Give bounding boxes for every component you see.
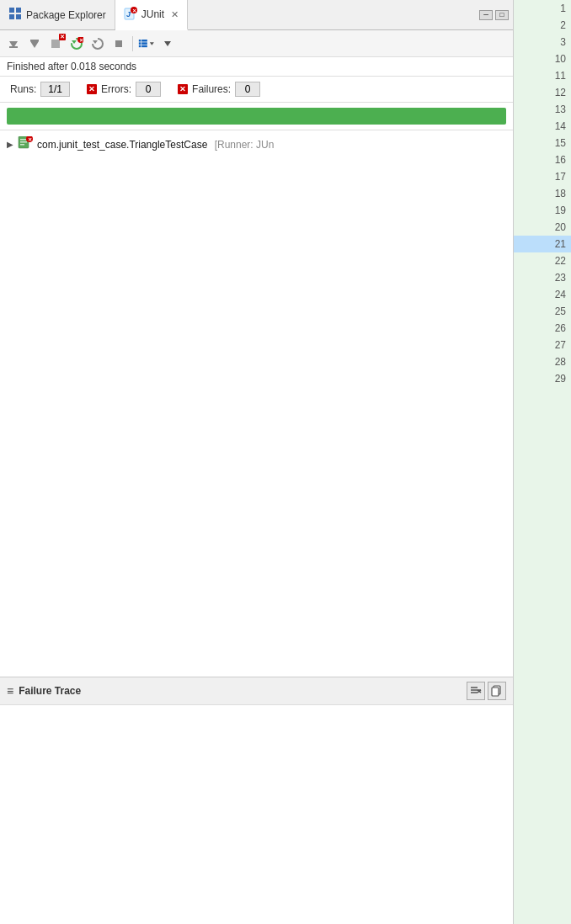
- svg-rect-18: [139, 40, 141, 41]
- svg-rect-21: [141, 40, 147, 41]
- line-number: 2: [514, 17, 571, 34]
- maximize-button[interactable]: □: [495, 10, 509, 20]
- line-number: 18: [514, 185, 571, 202]
- status-bar: Finished after 0.018 seconds: [0, 57, 513, 77]
- next-failure-button[interactable]: [25, 35, 44, 53]
- errors-stat: ✕ Errors: 0: [87, 82, 161, 97]
- package-explorer-icon: [8, 7, 22, 23]
- history-button[interactable]: [137, 35, 156, 53]
- toolbar-separator-1: [132, 36, 133, 51]
- expand-arrow[interactable]: ▶: [7, 140, 13, 149]
- svg-rect-23: [141, 45, 147, 46]
- line-number: 11: [514, 67, 571, 84]
- tab-junit-close[interactable]: ✕: [171, 9, 179, 20]
- svg-marker-25: [164, 41, 171, 46]
- svg-text:✕: ✕: [131, 8, 136, 13]
- line-number: 27: [514, 337, 571, 353]
- line-number: 25: [514, 303, 571, 320]
- test-runner-info: [Runner: JUn: [211, 139, 274, 151]
- line-number: 23: [514, 269, 571, 286]
- failures-icon: ✕: [178, 84, 188, 94]
- line-number: 26: [514, 320, 571, 337]
- line-number: 1: [514, 0, 571, 17]
- line-number: 24: [514, 286, 571, 303]
- svg-rect-20: [139, 45, 141, 46]
- svg-rect-28: [20, 141, 27, 143]
- runs-label: Runs:: [10, 83, 36, 95]
- errors-label: Errors:: [101, 83, 131, 95]
- failure-trace-menu-icon: ≡: [7, 684, 13, 698]
- line-number: 21: [514, 236, 571, 252]
- line-number: 29: [514, 370, 571, 387]
- junit-toolbar: ✕ ✕: [0, 30, 513, 57]
- line-number: 28: [514, 353, 571, 370]
- progress-bar: [7, 108, 506, 125]
- failures-stat: ✕ Failures: 0: [178, 82, 260, 97]
- svg-marker-16: [93, 40, 98, 44]
- failure-trace-toolbar: [467, 682, 506, 700]
- stop-error-badge: ✕: [59, 34, 66, 40]
- tab-bar: Package Explorer J ✕ JUnit ✕ ─ □: [0, 0, 513, 30]
- svg-marker-13: [72, 40, 77, 44]
- tab-package-explorer[interactable]: Package Explorer: [0, 0, 115, 29]
- failure-trace-header: ≡ Failure Trace: [0, 677, 513, 705]
- svg-marker-10: [30, 41, 39, 48]
- svg-rect-38: [492, 688, 499, 696]
- tab-junit[interactable]: J ✕ JUnit ✕: [115, 0, 188, 30]
- test-item-triangle[interactable]: ▶ ✕ com.junit_test_case.TriangleTestCase…: [0, 134, 513, 155]
- test-class-name: com.junit_test_case.TriangleTestCase: [37, 139, 207, 151]
- svg-rect-1: [16, 8, 21, 13]
- errors-icon: ✕: [87, 84, 97, 94]
- svg-text:✕: ✕: [28, 137, 32, 142]
- tab-bar-spacer: ─ □: [188, 0, 513, 29]
- prev-failure-button[interactable]: [4, 35, 23, 53]
- svg-rect-9: [9, 46, 18, 48]
- copy-trace-button[interactable]: [488, 682, 506, 700]
- tab-package-explorer-label: Package Explorer: [26, 9, 106, 21]
- line-number: 12: [514, 84, 571, 101]
- enable-stack-filter-button[interactable]: [467, 682, 485, 700]
- line-number: 13: [514, 101, 571, 118]
- svg-rect-12: [51, 40, 60, 48]
- line-number: 3: [514, 34, 571, 50]
- runs-stat: Runs: 1/1: [10, 82, 70, 97]
- svg-rect-17: [115, 40, 122, 47]
- line-number: 19: [514, 202, 571, 219]
- failure-trace-label: Failure Trace: [19, 685, 462, 697]
- line-number: 10: [514, 50, 571, 67]
- more-options-button[interactable]: [158, 35, 177, 53]
- failures-label: Failures:: [192, 83, 231, 95]
- line-numbers-panel: 1231011121314151617181920212223242526272…: [514, 0, 571, 924]
- svg-text:✕: ✕: [79, 37, 83, 42]
- stats-row: Runs: 1/1 ✕ Errors: 0 ✕ Failures: 0: [0, 77, 513, 103]
- errors-value: 0: [136, 82, 161, 97]
- test-class-icon: ✕: [18, 136, 33, 152]
- svg-marker-24: [150, 42, 154, 45]
- minimize-button[interactable]: ─: [479, 10, 493, 20]
- failures-value: 0: [235, 82, 260, 97]
- line-number: 17: [514, 168, 571, 185]
- svg-rect-2: [9, 14, 14, 19]
- junit-panel: Package Explorer J ✕ JUnit ✕ ─ □: [0, 0, 514, 924]
- line-numbers: 1231011121314151617181920212223242526272…: [514, 0, 571, 387]
- line-number: 22: [514, 252, 571, 269]
- test-results-list[interactable]: ▶ ✕ com.junit_test_case.TriangleTestCase…: [0, 130, 513, 677]
- line-number: 14: [514, 118, 571, 135]
- svg-rect-29: [20, 144, 24, 146]
- svg-rect-27: [20, 139, 27, 141]
- finished-text: Finished after 0.018 seconds: [7, 61, 136, 72]
- progress-container: [0, 103, 513, 130]
- rerun-failed-button[interactable]: [88, 35, 107, 53]
- line-number: 20: [514, 219, 571, 236]
- failure-trace-section: ≡ Failure Trace: [0, 677, 513, 924]
- svg-rect-19: [139, 42, 141, 44]
- line-number: 15: [514, 135, 571, 151]
- svg-rect-22: [141, 42, 147, 44]
- svg-rect-11: [30, 40, 39, 41]
- svg-rect-0: [9, 8, 14, 13]
- stop-button[interactable]: ✕: [46, 35, 65, 53]
- line-number: 16: [514, 151, 571, 168]
- runs-value: 1/1: [40, 82, 70, 97]
- halt-button[interactable]: [109, 35, 128, 53]
- rerun-button[interactable]: ✕: [67, 35, 86, 53]
